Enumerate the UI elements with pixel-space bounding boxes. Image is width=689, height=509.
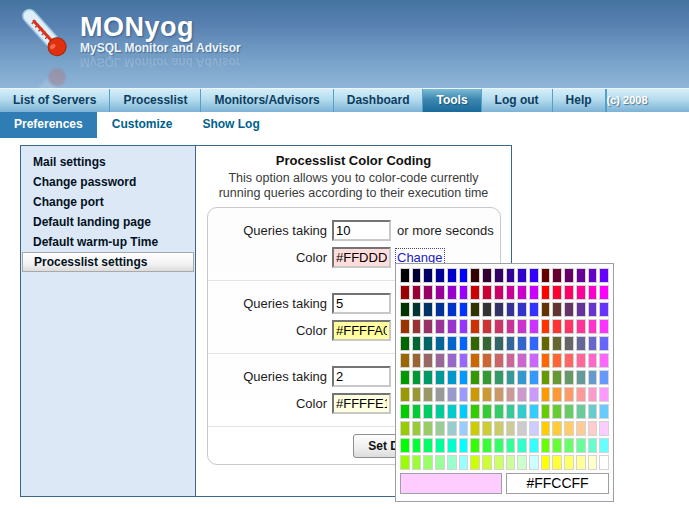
palette-swatch-330000[interactable] bbox=[470, 268, 480, 283]
palette-swatch-cc9966[interactable] bbox=[494, 387, 504, 402]
palette-swatch-99cc66[interactable] bbox=[423, 421, 433, 436]
palette-swatch-66ff99[interactable] bbox=[576, 438, 586, 453]
palette-swatch-ff3399[interactable] bbox=[576, 319, 586, 334]
palette-swatch-9900ff[interactable] bbox=[459, 285, 469, 300]
palette-swatch-66ff33[interactable] bbox=[552, 438, 562, 453]
palette-swatch-00ff66[interactable] bbox=[423, 438, 433, 453]
sidebar-item-change-port[interactable]: Change port bbox=[21, 192, 195, 212]
palette-swatch-ff6633[interactable] bbox=[552, 353, 562, 368]
palette-swatch-ffccff[interactable] bbox=[599, 421, 609, 436]
palette-swatch-6633ff[interactable] bbox=[599, 302, 609, 317]
palette-swatch-ff00ff[interactable] bbox=[599, 285, 609, 300]
subnav-tab-preferences[interactable]: Preferences bbox=[0, 112, 97, 138]
palette-swatch-3300ff[interactable] bbox=[529, 268, 539, 283]
palette-swatch-ff66cc[interactable] bbox=[588, 353, 598, 368]
palette-swatch-ff6699[interactable] bbox=[576, 353, 586, 368]
palette-swatch-6600cc[interactable] bbox=[588, 268, 598, 283]
palette-swatch-6699ff[interactable] bbox=[599, 370, 609, 385]
palette-swatch-ffff00[interactable] bbox=[541, 455, 551, 470]
color-hex-input[interactable] bbox=[332, 320, 391, 341]
palette-swatch-0033cc[interactable] bbox=[447, 302, 457, 317]
palette-swatch-cc0099[interactable] bbox=[506, 285, 516, 300]
palette-swatch-00cccc[interactable] bbox=[447, 404, 457, 419]
palette-swatch-ffffcc[interactable] bbox=[588, 455, 598, 470]
palette-swatch-00cc99[interactable] bbox=[435, 404, 445, 419]
palette-swatch-006666[interactable] bbox=[423, 336, 433, 351]
palette-swatch-33cccc[interactable] bbox=[517, 404, 527, 419]
subnav-tab-show-log[interactable]: Show Log bbox=[187, 112, 274, 138]
palette-swatch-ff0066[interactable] bbox=[564, 285, 574, 300]
palette-swatch-000066[interactable] bbox=[423, 268, 433, 283]
palette-swatch-6600ff[interactable] bbox=[599, 268, 609, 283]
color-hex-input[interactable] bbox=[332, 247, 391, 268]
palette-swatch-0000ff[interactable] bbox=[459, 268, 469, 283]
palette-swatch-0099ff[interactable] bbox=[459, 370, 469, 385]
palette-swatch-000000[interactable] bbox=[400, 268, 410, 283]
palette-swatch-ffcc66[interactable] bbox=[564, 421, 574, 436]
palette-swatch-009999[interactable] bbox=[435, 370, 445, 385]
palette-swatch-99ffff[interactable] bbox=[459, 455, 469, 470]
palette-swatch-ffff66[interactable] bbox=[564, 455, 574, 470]
palette-swatch-996699[interactable] bbox=[435, 353, 445, 368]
palette-swatch-6666ff[interactable] bbox=[599, 336, 609, 351]
palette-swatch-990000[interactable] bbox=[400, 285, 410, 300]
palette-swatch-66ffcc[interactable] bbox=[588, 438, 598, 453]
nav-tab-monitors-advisors[interactable]: Monitors/Advisors bbox=[201, 89, 333, 112]
seconds-input[interactable] bbox=[332, 366, 391, 387]
palette-swatch-ccff66[interactable] bbox=[494, 455, 504, 470]
palette-swatch-333399[interactable] bbox=[506, 302, 516, 317]
palette-swatch-999966[interactable] bbox=[423, 387, 433, 402]
palette-swatch-336600[interactable] bbox=[470, 336, 480, 351]
palette-swatch-99ff33[interactable] bbox=[412, 455, 422, 470]
palette-swatch-66cccc[interactable] bbox=[588, 404, 598, 419]
palette-swatch-cc6666[interactable] bbox=[494, 353, 504, 368]
palette-swatch-cc3366[interactable] bbox=[494, 319, 504, 334]
palette-swatch-669966[interactable] bbox=[564, 370, 574, 385]
nav-tab-processlist[interactable]: Processlist bbox=[110, 89, 201, 112]
palette-swatch-cc0033[interactable] bbox=[482, 285, 492, 300]
palette-swatch-336633[interactable] bbox=[482, 336, 492, 351]
palette-swatch-0066ff[interactable] bbox=[459, 336, 469, 351]
palette-swatch-666600[interactable] bbox=[541, 336, 551, 351]
palette-swatch-cc33cc[interactable] bbox=[517, 319, 527, 334]
palette-swatch-33cc66[interactable] bbox=[494, 404, 504, 419]
palette-swatch-9999ff[interactable] bbox=[459, 387, 469, 402]
palette-swatch-666699[interactable] bbox=[576, 336, 586, 351]
color-hex-input[interactable] bbox=[332, 393, 391, 414]
palette-swatch-cc6699[interactable] bbox=[506, 353, 516, 368]
palette-swatch-6699cc[interactable] bbox=[588, 370, 598, 385]
palette-swatch-ccff33[interactable] bbox=[482, 455, 492, 470]
palette-swatch-3333ff[interactable] bbox=[529, 302, 539, 317]
palette-swatch-339933[interactable] bbox=[482, 370, 492, 385]
palette-swatch-009933[interactable] bbox=[412, 370, 422, 385]
sidebar-item-default-landing-page[interactable]: Default landing page bbox=[21, 212, 195, 232]
palette-swatch-6666cc[interactable] bbox=[588, 336, 598, 351]
sidebar-item-change-password[interactable]: Change password bbox=[21, 172, 195, 192]
palette-swatch-006633[interactable] bbox=[412, 336, 422, 351]
palette-swatch-ffff99[interactable] bbox=[576, 455, 586, 470]
palette-swatch-006699[interactable] bbox=[435, 336, 445, 351]
palette-swatch-00cc00[interactable] bbox=[400, 404, 410, 419]
palette-swatch-ffff33[interactable] bbox=[552, 455, 562, 470]
palette-swatch-333366[interactable] bbox=[494, 302, 504, 317]
palette-swatch-33ffcc[interactable] bbox=[517, 438, 527, 453]
palette-swatch-0099cc[interactable] bbox=[447, 370, 457, 385]
palette-swatch-cccc99[interactable] bbox=[506, 421, 516, 436]
palette-swatch-9933ff[interactable] bbox=[459, 319, 469, 334]
sidebar-item-default-warm-up-time[interactable]: Default warm-up Time bbox=[21, 232, 195, 252]
palette-swatch-996666[interactable] bbox=[423, 353, 433, 368]
palette-swatch-33ff00[interactable] bbox=[470, 438, 480, 453]
palette-swatch-ff99cc[interactable] bbox=[588, 387, 598, 402]
palette-swatch-66cc00[interactable] bbox=[541, 404, 551, 419]
palette-swatch-ff9900[interactable] bbox=[541, 387, 551, 402]
nav-tab-dashboard[interactable]: Dashboard bbox=[334, 89, 424, 112]
palette-swatch-ff0000[interactable] bbox=[541, 285, 551, 300]
palette-swatch-cc66cc[interactable] bbox=[517, 353, 527, 368]
palette-swatch-3333cc[interactable] bbox=[517, 302, 527, 317]
palette-swatch-009900[interactable] bbox=[400, 370, 410, 385]
palette-swatch-66ccff[interactable] bbox=[599, 404, 609, 419]
palette-swatch-ff0033[interactable] bbox=[552, 285, 562, 300]
palette-swatch-ff9933[interactable] bbox=[552, 387, 562, 402]
palette-swatch-cc3333[interactable] bbox=[482, 319, 492, 334]
nav-tab-tools[interactable]: Tools bbox=[423, 89, 481, 112]
